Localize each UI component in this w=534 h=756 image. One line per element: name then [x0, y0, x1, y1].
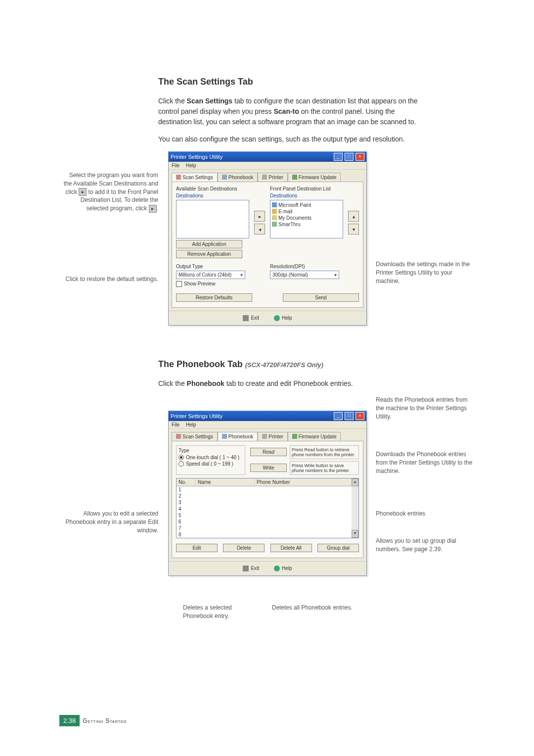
table-row[interactable]: 1: [177, 486, 358, 493]
list-item-label: SmarThru: [278, 222, 300, 227]
group-dial-button[interactable]: Group dial: [317, 544, 359, 552]
output-type-label: Output Type: [176, 264, 265, 269]
callout-downloads-settings: Downloads the settings made in the Print…: [376, 260, 475, 285]
menubar: File Help: [169, 421, 366, 429]
read-button[interactable]: Read: [250, 448, 287, 456]
printer-settings-window: Printer Settings Utility _ □ × File Help…: [168, 151, 367, 326]
send-button[interactable]: Send: [283, 293, 359, 302]
callout-delete-all: Deletes all Phonebook entries.: [272, 604, 361, 612]
table-header: No. Name Phone Number: [177, 478, 358, 486]
add-arrow-icon: [79, 188, 87, 196]
menu-help[interactable]: Help: [186, 163, 196, 168]
remove-application-button[interactable]: Remove Application: [176, 250, 242, 258]
text: .: [157, 205, 158, 212]
help-button[interactable]: Help: [274, 315, 292, 321]
close-icon[interactable]: ×: [356, 153, 364, 161]
scroll-track[interactable]: [352, 486, 358, 530]
menu-file[interactable]: File: [172, 163, 179, 168]
exit-button[interactable]: Exit: [243, 315, 259, 321]
write-button[interactable]: Write: [250, 464, 287, 472]
available-listbox[interactable]: [176, 200, 249, 238]
list-item-label: My Documents: [278, 215, 312, 221]
tab-firmware[interactable]: Firmware Update: [288, 432, 341, 441]
printer-icon: [262, 175, 267, 180]
titlebar[interactable]: Printer Settings Utility _ □ ×: [169, 411, 366, 421]
add-application-button[interactable]: Add Application: [176, 240, 242, 248]
minimize-icon[interactable]: _: [334, 153, 343, 161]
table-row[interactable]: 5: [177, 512, 358, 519]
phonebook-table[interactable]: No. Name Phone Number 1 2 3 4 5 6 7 8 9 …: [176, 478, 359, 538]
close-icon[interactable]: ×: [356, 412, 364, 420]
move-right-button[interactable]: ▸: [254, 211, 265, 222]
window-title: Printer Settings Utility: [171, 413, 222, 419]
tab-scan-settings[interactable]: Scan Settings: [172, 173, 218, 182]
list-item-label: Microsoft Paint: [278, 202, 311, 208]
tab-label: Printer: [268, 434, 283, 439]
radio-one-touch[interactable]: One-touch dial ( 1 ~ 40 ): [178, 455, 243, 460]
menu-file[interactable]: File: [172, 422, 179, 427]
move-down-button[interactable]: ▾: [348, 224, 359, 235]
bottom-bar: Exit Help: [169, 561, 366, 575]
footer-text: Getting Started: [83, 717, 127, 724]
table-row[interactable]: 2: [177, 493, 358, 499]
radio-label: Speed dial ( 0 ~ 199 ): [186, 461, 233, 467]
tab-label: Firmware Update: [299, 175, 337, 180]
table-row[interactable]: 8: [177, 531, 358, 538]
tab-phonebook[interactable]: Phonebook: [218, 432, 258, 441]
tab-firmware[interactable]: Firmware Update: [288, 173, 341, 182]
scroll-down-icon[interactable]: ▾: [352, 530, 358, 538]
maximize-icon[interactable]: □: [345, 153, 354, 161]
tab-scan-settings[interactable]: Scan Settings: [172, 432, 218, 441]
minimize-icon[interactable]: _: [334, 412, 343, 420]
list-item[interactable]: My Documents: [272, 215, 341, 221]
exit-icon: [243, 566, 249, 571]
available-destinations-label: Available Scan Destinations: [176, 186, 249, 191]
type-label: Type: [178, 448, 243, 453]
window-controls: _ □ ×: [333, 412, 364, 420]
radio-label: One-touch dial ( 1 ~ 40 ): [186, 455, 239, 460]
chip-icon: [292, 434, 297, 439]
front-panel-listbox[interactable]: Microsoft Paint E-mail My Documents Smar…: [270, 200, 343, 238]
list-item[interactable]: SmarThru: [272, 221, 341, 228]
tab-printer[interactable]: Printer: [258, 173, 287, 182]
heading-scan-settings: The Scan Settings Tab: [158, 77, 475, 87]
maximize-icon[interactable]: □: [345, 412, 354, 420]
tab-printer[interactable]: Printer: [258, 432, 287, 441]
scroll-up-icon[interactable]: ▴: [352, 478, 358, 486]
delete-button[interactable]: Delete: [223, 544, 265, 552]
edit-button[interactable]: Edit: [176, 544, 218, 552]
folder-icon: [272, 215, 277, 220]
checkbox-icon: [176, 281, 182, 287]
tab-body: Type One-touch dial ( 1 ~ 40 ) Speed dia…: [172, 441, 363, 558]
help-button[interactable]: Help: [274, 566, 292, 571]
callout-select-program: Select the program you want from the Ava…: [59, 171, 158, 213]
text: tab to create and edit Phonebook entries…: [224, 379, 353, 387]
tab-phonebook[interactable]: Phonebook: [218, 173, 258, 182]
table-row[interactable]: 6: [177, 519, 358, 525]
list-item[interactable]: E-mail: [272, 208, 341, 215]
table-row[interactable]: 4: [177, 506, 358, 512]
resolution-select[interactable]: 300dpi (Normal): [270, 271, 339, 279]
figure-scan-settings: Select the program you want from the Ava…: [59, 151, 475, 339]
tab-body: Available Scan Destinations Destinations…: [172, 182, 363, 308]
table-row[interactable]: 9: [177, 538, 358, 538]
move-left-button[interactable]: ◂: [254, 224, 265, 235]
tab-label: Scan Settings: [182, 175, 213, 180]
table-row[interactable]: 3: [177, 499, 358, 506]
move-up-button[interactable]: ▴: [348, 211, 359, 222]
exit-button[interactable]: Exit: [243, 566, 259, 571]
titlebar[interactable]: Printer Settings Utility _ □ ×: [169, 152, 366, 162]
output-type-select[interactable]: Millions of Colors (24bit): [176, 271, 245, 279]
select-value: Millions of Colors (24bit): [178, 272, 231, 278]
show-preview-checkbox[interactable]: Show Preview: [176, 281, 265, 287]
restore-defaults-button[interactable]: Restore Defaults: [176, 293, 252, 302]
radio-speed-dial[interactable]: Speed dial ( 0 ~ 199 ): [178, 461, 243, 467]
table-row[interactable]: 7: [177, 525, 358, 531]
menu-help[interactable]: Help: [186, 422, 196, 427]
para-phonebook: Click the Phonebook tab to create and ed…: [158, 378, 425, 389]
bold-scan-settings: Scan Settings: [187, 97, 233, 105]
scrollbar[interactable]: ▴ ▾: [352, 478, 358, 538]
text: to add it to the Front Panel Destination…: [81, 189, 158, 212]
list-item[interactable]: Microsoft Paint: [272, 202, 341, 208]
delete-all-button[interactable]: Delete All: [270, 544, 312, 552]
